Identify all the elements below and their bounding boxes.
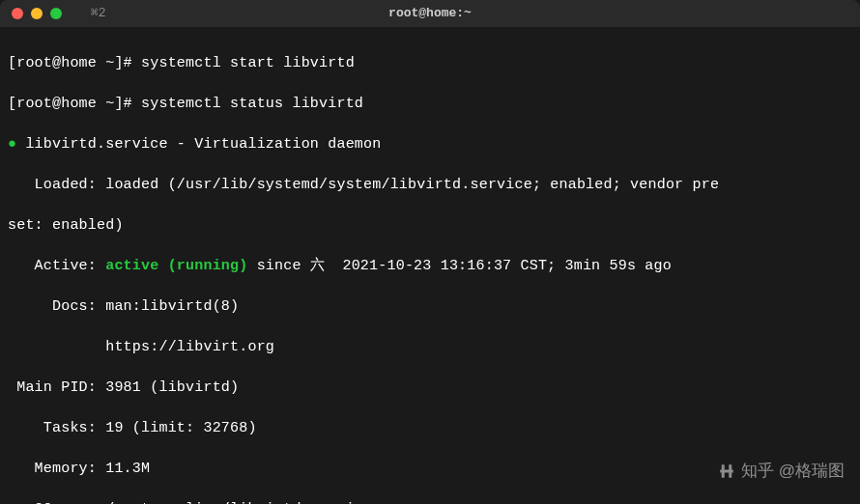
- window-title: root@home:~: [388, 5, 472, 22]
- loaded-line: Loaded: loaded (/usr/lib/systemd/system/…: [8, 175, 852, 195]
- memory-value: 11.3M: [105, 461, 150, 477]
- active-since: since 六 2021-10-23 13:16:37 CST; 3min 59…: [247, 258, 671, 274]
- command-line-1: [root@home ~]# systemctl start libvirtd: [8, 53, 852, 73]
- mainpid-line: Main PID: 3981 (libvirtd): [8, 378, 852, 398]
- tab-label[interactable]: ⌘2: [91, 5, 106, 22]
- active-status: active (running): [105, 258, 247, 274]
- watermark-text: 知乎 @格瑞图: [741, 460, 845, 483]
- loaded-wrap: set: enabled): [8, 215, 852, 236]
- docs-value: man:libvirtd(8): [105, 298, 239, 315]
- minimize-icon[interactable]: [31, 8, 43, 19]
- status-dot-icon: ●: [8, 134, 16, 154]
- mainpid-value: 3981 (libvirtd): [105, 379, 239, 396]
- service-header: ● libvirtd.service - Virtualization daem…: [8, 134, 852, 154]
- close-icon[interactable]: [12, 8, 23, 19]
- prompt: [root@home ~]#: [8, 55, 141, 71]
- tasks-line: Tasks: 19 (limit: 32768): [8, 418, 852, 438]
- terminal-output[interactable]: [root@home ~]# systemctl start libvirtd …: [0, 27, 860, 504]
- tasks-value: 19 (limit: 32768): [105, 420, 256, 436]
- mainpid-label: Main PID:: [8, 379, 105, 396]
- maximize-icon[interactable]: [50, 8, 62, 19]
- command-text: systemctl status libvirtd: [141, 96, 363, 112]
- memory-label: Memory:: [8, 461, 105, 477]
- watermark: 知乎 @格瑞图: [718, 460, 845, 483]
- loaded-value: loaded (/usr/lib/systemd/system/libvirtd…: [105, 177, 719, 193]
- command-line-2: [root@home ~]# systemctl status libvirtd: [8, 94, 852, 114]
- active-label: Active:: [8, 258, 105, 274]
- loaded-label: Loaded:: [8, 177, 105, 193]
- window-controls: [12, 8, 62, 19]
- active-line: Active: active (running) since 六 2021-10…: [8, 256, 852, 276]
- tasks-label: Tasks:: [8, 420, 105, 436]
- cgroup-line: CGroup: /system.slice/libvirtd.service: [8, 499, 852, 504]
- titlebar: ⌘2 root@home:~: [0, 0, 860, 27]
- prompt: [root@home ~]#: [8, 96, 141, 112]
- zhihu-icon: [718, 462, 735, 480]
- docs-line-1: Docs: man:libvirtd(8): [8, 296, 852, 317]
- docs-label: Docs:: [8, 298, 105, 315]
- command-text: systemctl start libvirtd: [141, 55, 355, 71]
- docs-line-2: https://libvirt.org: [8, 337, 852, 357]
- service-name: libvirtd.service - Virtualization daemon: [25, 136, 381, 153]
